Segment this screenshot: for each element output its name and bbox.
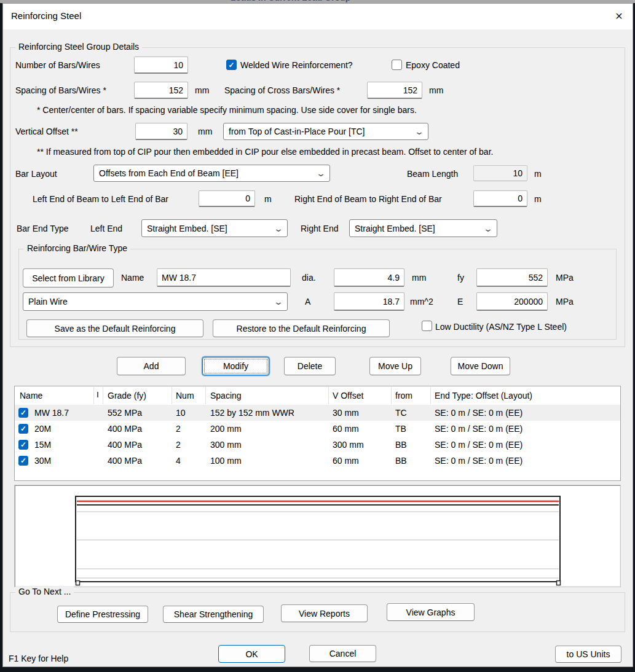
fy-unit: MPa <box>556 273 574 283</box>
epoxy-checkbox[interactable]: ✓ <box>392 60 402 70</box>
table-row[interactable]: ✓ 15M 400 MPa 2 300 mm 300 mm BB SE: 0 m… <box>15 437 620 453</box>
cross-spacing-input[interactable]: 152 <box>367 82 422 99</box>
wire-name-input[interactable]: MW 18.7 <box>157 268 291 287</box>
move-down-button[interactable]: Move Down <box>451 357 510 375</box>
view-reports-button[interactable]: View Reports <box>281 604 368 622</box>
col-header-name[interactable]: Name <box>20 391 42 400</box>
cell-name: 15M <box>34 440 51 450</box>
row-checkbox[interactable]: ✓ <box>18 456 28 466</box>
dialog-title: Reinforcing Steel <box>11 10 81 21</box>
column-separator <box>172 387 172 404</box>
cancel-button[interactable]: Cancel <box>309 645 376 662</box>
dia-label: dia. <box>302 273 316 283</box>
right-end-offset-input[interactable]: 0 <box>473 190 527 207</box>
col-header-num[interactable]: Num <box>176 391 194 400</box>
cell-grade: 400 MPa <box>108 456 142 466</box>
spacing-label: Spacing of Bars/Wires * <box>15 85 106 95</box>
right-end-type-value: Straight Embed. [SE] <box>355 224 435 233</box>
dia-input[interactable]: 4.9 <box>334 268 404 287</box>
check-icon: ✓ <box>20 425 26 432</box>
table-row[interactable]: ✓ 20M 400 MPa 2 200 mm 60 mm TB SE: 0 m … <box>15 421 620 437</box>
left-end-type-dropdown[interactable]: Straight Embed. [SE] ⌄ <box>141 219 288 237</box>
fy-input[interactable]: 552 <box>476 268 548 287</box>
to-us-units-button[interactable]: to US Units <box>555 646 621 663</box>
col-header-grade[interactable]: Grade (fy) <box>108 391 146 400</box>
cell-num: 4 <box>176 456 181 466</box>
area-unit: mm^2 <box>410 297 433 307</box>
row-checkbox[interactable]: ✓ <box>18 408 28 418</box>
left-end-offset-unit: m <box>264 194 272 204</box>
check-icon: ✓ <box>20 409 26 416</box>
goto-next-legend: Go To Next ... <box>15 587 74 596</box>
save-default-button[interactable]: Save as the Default Reinforcing <box>26 319 203 337</box>
bar-layout-dropdown[interactable]: Offsets from Each End of Beam [EE] ⌄ <box>93 165 330 182</box>
cell-from: BB <box>395 440 407 450</box>
define-prestressing-button[interactable]: Define Prestressing <box>57 606 148 623</box>
left-support-pad <box>76 581 80 585</box>
col-header-endtype[interactable]: End Type: Offset (Layout) <box>435 391 532 400</box>
chevron-down-icon: ⌄ <box>274 297 283 306</box>
wire-type-legend: Reinforcing Bar/Wire Type <box>24 243 130 253</box>
group-details-legend: Reinforcing Steel Group Details <box>15 42 142 52</box>
beam-elevation-diagram <box>16 486 620 587</box>
epoxy-label: Epoxy Coated <box>406 60 460 70</box>
num-bars-label: Number of Bars/Wires <box>15 60 100 70</box>
right-end-offset-unit: m <box>534 194 542 204</box>
cell-name: MW 18.7 <box>34 408 69 418</box>
low-ductility-checkbox[interactable]: ✓ <box>422 321 432 331</box>
voffset-unit: mm <box>198 127 212 136</box>
select-from-library-button[interactable]: Select from Library <box>23 268 114 287</box>
voffset-from-value: from Top of Cast-in-Place Pour [TC] <box>229 127 365 136</box>
table-row[interactable]: ✓ 30M 400 MPa 4 100 mm 60 mm BB SE: 0 m … <box>15 453 620 469</box>
cell-voffset: 60 mm <box>333 424 359 434</box>
add-button[interactable]: Add <box>117 357 186 375</box>
cell-endtype: SE: 0 m / SE: 0 m (EE) <box>435 456 523 466</box>
area-label: A <box>305 297 310 307</box>
col-header-spacing[interactable]: Spacing <box>210 391 242 400</box>
chevron-down-icon: ⌄ <box>274 224 283 233</box>
shear-strengthening-button[interactable]: Shear Strengthening <box>163 606 264 623</box>
modify-button[interactable]: Modify <box>202 357 269 375</box>
cell-name: 20M <box>34 424 51 434</box>
right-end-type-dropdown[interactable]: Straight Embed. [SE] ⌄ <box>349 219 497 237</box>
e-label: E <box>457 297 463 307</box>
wire-type-dropdown[interactable]: Plain Wire ⌄ <box>23 292 288 311</box>
close-button[interactable]: ✕ <box>610 8 628 24</box>
restore-default-button[interactable]: Restore to the Default Reinforcing <box>213 319 390 337</box>
row-checkbox[interactable]: ✓ <box>18 424 28 434</box>
move-up-button[interactable]: Move Up <box>369 357 421 375</box>
delete-button[interactable]: Delete <box>284 357 336 375</box>
ok-button[interactable]: OK <box>218 645 285 663</box>
voffset-from-dropdown[interactable]: from Top of Cast-in-Place Pour [TC] ⌄ <box>223 123 428 140</box>
left-end-offset-label: Left End of Beam to Left End of Bar <box>33 194 168 204</box>
cell-spacing: 152 by 152 mm WWR <box>210 408 294 418</box>
num-bars-input[interactable]: 10 <box>134 57 188 74</box>
cell-spacing: 100 mm <box>210 456 242 466</box>
view-graphs-button[interactable]: View Graphs <box>387 603 475 621</box>
check-icon: ✓ <box>228 61 234 69</box>
area-input[interactable]: 18.7 <box>334 292 404 311</box>
column-separator <box>103 387 103 404</box>
col-header-from[interactable]: from <box>395 391 412 400</box>
close-icon: ✕ <box>615 10 623 22</box>
voffset-input[interactable]: 30 <box>135 123 187 140</box>
spacing-input[interactable]: 152 <box>134 82 188 99</box>
left-end-offset-input[interactable]: 0 <box>199 190 255 207</box>
wwr-checkbox[interactable]: ✓ <box>226 60 237 70</box>
e-input[interactable]: 200000 <box>476 292 548 311</box>
check-icon: ✓ <box>20 441 26 448</box>
beam-length-field: 10 <box>473 165 527 181</box>
cell-grade: 400 MPa <box>108 424 142 434</box>
bar-layout-value: Offsets from Each End of Beam [EE] <box>99 168 239 178</box>
reinforcing-table: Name Grade (fy) Num Spacing V Offset fro… <box>14 386 621 481</box>
table-row[interactable]: ✓ MW 18.7 552 MPa 10 152 by 152 mm WWR 3… <box>15 405 620 421</box>
col-header-voffset[interactable]: V Offset <box>333 391 363 400</box>
wire-type-value: Plain Wire <box>28 297 68 307</box>
table-header: Name Grade (fy) Num Spacing V Offset fro… <box>15 386 620 405</box>
right-support-pad <box>557 581 561 585</box>
column-separator <box>391 387 392 404</box>
cell-endtype: SE: 0 m / SE: 0 m (EE) <box>435 408 523 418</box>
row-checkbox[interactable]: ✓ <box>18 440 28 450</box>
column-separator <box>328 387 329 404</box>
header-tick <box>97 392 98 397</box>
